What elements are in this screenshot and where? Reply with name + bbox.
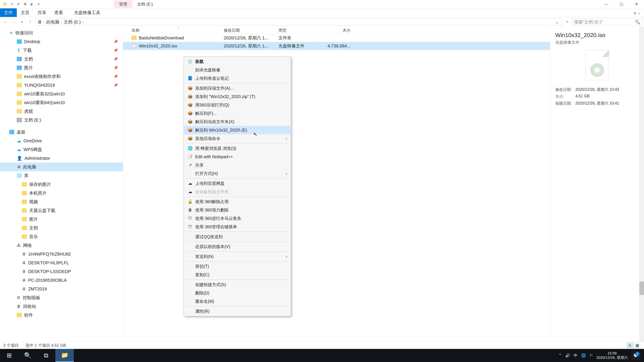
menu-item[interactable]: 还原以前的版本(V) bbox=[184, 242, 290, 251]
menu-item[interactable]: 🌐用 蜂蜜浏览器 浏览(3) bbox=[184, 144, 290, 152]
search-input[interactable]: 搜索"文档 (E:)" 🔍 bbox=[572, 18, 642, 25]
ribbon-tab-view[interactable]: 查看 bbox=[50, 8, 67, 17]
qat-overflow-icon[interactable]: ▾ bbox=[36, 2, 41, 7]
sidebar-pictures[interactable]: 图片📌 bbox=[0, 63, 123, 72]
sidebar-videos[interactable]: 视频 bbox=[0, 197, 123, 206]
ribbon-tab-home[interactable]: 主页 bbox=[17, 8, 34, 17]
qat-dropdown-icon[interactable]: ▾ bbox=[9, 2, 14, 7]
start-button[interactable]: ⊞ bbox=[0, 349, 18, 362]
maximize-button[interactable]: ▢ bbox=[614, 0, 629, 8]
sidebar-admin[interactable]: 👤Administrator bbox=[0, 154, 123, 163]
menu-item[interactable]: 📦添加到 "Win10x32_2020.zip" (T) bbox=[184, 92, 290, 101]
check-icon[interactable]: ✔ bbox=[16, 2, 21, 7]
vertical-scrollbar[interactable] bbox=[639, 27, 644, 342]
menu-item[interactable]: 📦添加到压缩文件(A)... bbox=[184, 84, 290, 92]
sidebar-tianyi[interactable]: 天翼云盘下载 bbox=[0, 206, 123, 215]
chevron-right-icon[interactable]: › bbox=[44, 20, 44, 24]
chevron-right-icon[interactable]: › bbox=[82, 20, 84, 24]
properties-icon[interactable]: ◐ bbox=[29, 2, 34, 7]
volume-icon[interactable]: 🔊 bbox=[565, 353, 570, 358]
close-button[interactable]: ✕ bbox=[629, 0, 644, 8]
sidebar-pictures2[interactable]: 图片 bbox=[0, 215, 123, 224]
file-row[interactable]: Win10x32_2020.iso2020/12/26, 星期六 1...光盘映… bbox=[123, 42, 550, 50]
sidebar-desktop[interactable]: Desktop📌 bbox=[0, 37, 123, 46]
sidebar-libraries[interactable]: 库 bbox=[0, 171, 123, 180]
ribbon-tab-file[interactable]: 文件 bbox=[0, 8, 17, 17]
col-header-date[interactable]: 修改日期 bbox=[220, 28, 275, 33]
sidebar-desktop2[interactable]: 桌面 bbox=[0, 128, 123, 136]
menu-item[interactable]: 通过QQ发送到 bbox=[184, 232, 290, 241]
menu-item[interactable]: 📦用360压缩打开(Q) bbox=[184, 101, 290, 109]
sidebar-pc4[interactable]: 🖥PC-20190530OBLA bbox=[0, 276, 123, 285]
action-center-button[interactable]: 💬 2 bbox=[631, 351, 641, 360]
sidebar-win10-64[interactable]: win10重装64位win10 bbox=[0, 98, 123, 107]
menu-item[interactable]: 🛡使用 360管理右键菜单 bbox=[184, 223, 290, 231]
ime-indicator[interactable]: 中 bbox=[574, 353, 578, 358]
refresh-button[interactable]: ⟳ bbox=[564, 20, 570, 24]
sidebar-control-panel[interactable]: ⚙控制面板 bbox=[0, 293, 123, 302]
sidebar-excel[interactable]: excel表格制作求和📌 bbox=[0, 72, 123, 81]
search-button[interactable]: 🔍 bbox=[18, 349, 37, 362]
sidebar-network[interactable]: 🖧网络 bbox=[0, 241, 123, 250]
sidebar-documents2[interactable]: 文档 bbox=[0, 224, 123, 232]
breadcrumb-drive[interactable]: 文档 (E:) bbox=[64, 19, 81, 25]
recent-locations-button[interactable]: ▾ bbox=[18, 18, 26, 25]
file-row[interactable]: BaiduNetdiskDownload2020/12/26, 星期六 1...… bbox=[123, 34, 550, 42]
menu-item[interactable]: 💿装载 bbox=[184, 57, 290, 66]
sidebar-music[interactable]: 音乐 bbox=[0, 232, 123, 241]
forward-button[interactable]: → bbox=[10, 18, 17, 25]
sidebar-onedrive[interactable]: ☁OneDrive bbox=[0, 136, 123, 145]
sidebar-huguan[interactable]: 虎观 bbox=[0, 107, 123, 116]
sidebar-pc1[interactable]: 🖥1H4WPFQ7KZ8HU82 bbox=[0, 250, 123, 258]
menu-item[interactable]: 📝Edit with Notepad++ bbox=[184, 152, 290, 161]
sidebar-pc2[interactable]: 🖥DESKTOP-HL0PLFL bbox=[0, 258, 123, 267]
menu-item[interactable]: 发送到(N)› bbox=[184, 252, 290, 261]
sidebar-win10-32[interactable]: win10重装32位win10 bbox=[0, 89, 123, 98]
menu-item[interactable]: 删除(D) bbox=[184, 289, 290, 297]
sidebar-software[interactable]: 软件 bbox=[0, 311, 123, 320]
ribbon-tab-disc-tools[interactable]: 光盘映像工具 bbox=[70, 8, 104, 17]
explorer-taskbar-button[interactable]: 📁 bbox=[55, 349, 74, 362]
menu-item[interactable]: 属性(R) bbox=[184, 307, 290, 316]
sidebar-this-pc[interactable]: 🖥此电脑 bbox=[0, 163, 123, 171]
menu-item[interactable]: 创建快捷方式(S) bbox=[184, 280, 290, 289]
address-dropdown-icon[interactable]: ⌄ bbox=[554, 19, 560, 25]
sidebar-yunqishi[interactable]: YUNQISHI2019📌 bbox=[0, 81, 123, 89]
menu-item[interactable]: 重命名(M) bbox=[184, 297, 290, 306]
view-thumbnails-button[interactable]: ▦ bbox=[634, 343, 641, 348]
sidebar-pc5[interactable]: 🖥ZMT2019 bbox=[0, 285, 123, 293]
col-header-size[interactable]: 大小 bbox=[320, 28, 354, 33]
menu-item[interactable]: 🔓使用 360解除占用 bbox=[184, 197, 290, 206]
back-button[interactable]: ← bbox=[2, 18, 9, 25]
scrollbar-thumb[interactable] bbox=[639, 282, 644, 295]
sidebar-local-pics[interactable]: 本机照片 bbox=[0, 189, 123, 197]
breadcrumb[interactable]: 🖥 › 此电脑 › 文档 (E:) › ⌄ bbox=[35, 18, 562, 25]
menu-item[interactable]: ↗共享 bbox=[184, 161, 290, 169]
sidebar-wps[interactable]: ☁WPS网盘 bbox=[0, 145, 123, 154]
menu-item[interactable]: 复制(C) bbox=[184, 271, 290, 279]
menu-item[interactable]: 🗑使用 360强力删除 bbox=[184, 206, 290, 214]
sidebar-pc3[interactable]: 🖥DESKTOP-LSSOEDP bbox=[0, 267, 123, 276]
view-details-button[interactable]: ≡ bbox=[626, 343, 633, 348]
col-header-type[interactable]: 类型 bbox=[275, 28, 320, 33]
menu-item[interactable]: 打开方式(H)› bbox=[184, 169, 290, 178]
menu-item[interactable]: 刻录光盘映像 bbox=[184, 66, 290, 74]
tray-overflow-icon[interactable]: ⌃ bbox=[558, 353, 562, 358]
title-tab-manage[interactable]: 管理 bbox=[114, 0, 132, 8]
menu-item[interactable]: 📘上传到有道云笔记 bbox=[184, 74, 290, 82]
sidebar-quick-access[interactable]: ★快速访问 bbox=[0, 28, 123, 37]
sidebar-documents[interactable]: 文档📌 bbox=[0, 55, 123, 63]
menu-item[interactable]: 剪切(T) bbox=[184, 262, 290, 271]
menu-item[interactable]: 📦其他压缩命令› bbox=[184, 134, 290, 143]
sidebar-recycle[interactable]: 🗑回收站 bbox=[0, 302, 123, 311]
menu-item[interactable]: ☁上传到百度网盘 bbox=[184, 179, 290, 188]
menu-item[interactable]: 🛡使用 360进行木马云查杀 bbox=[184, 214, 290, 223]
task-view-button[interactable]: ⧉ bbox=[37, 349, 55, 362]
col-header-name[interactable]: 名称 bbox=[123, 28, 220, 33]
network-icon[interactable]: 🌐 bbox=[581, 353, 586, 358]
menu-item[interactable]: 📦解压到 Win10x32_2020\ (E) bbox=[184, 126, 290, 134]
up-button[interactable]: ↑ bbox=[27, 18, 34, 25]
sidebar-drive-e[interactable]: 文档 (E:) bbox=[0, 116, 123, 124]
security-icon[interactable]: ⚐ bbox=[589, 353, 593, 358]
minimize-button[interactable]: — bbox=[599, 0, 614, 8]
